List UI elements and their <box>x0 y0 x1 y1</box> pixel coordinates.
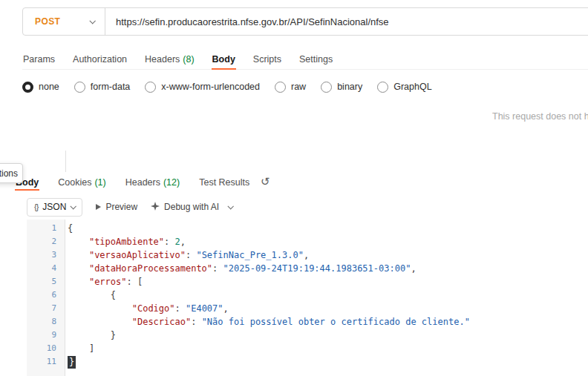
line-content: "Codigo": "E4007", <box>65 302 229 315</box>
request-tab-authorization[interactable]: Authorization <box>72 49 128 70</box>
format-label: JSON <box>42 202 66 212</box>
tab-label: Headers <box>145 54 180 65</box>
response-tab-test-results[interactable]: Test Results <box>198 174 250 191</box>
code-line-8: 8 "Descricao": "Não foi possível obter o… <box>27 315 588 329</box>
body-type-x-www-form-urlencoded[interactable]: x-www-form-urlencoded <box>145 82 260 93</box>
request-url-bar: POST https://sefin.producaorestrita.nfse… <box>22 7 588 36</box>
tab-label: Test Results <box>199 177 249 188</box>
radio-icon <box>377 82 388 93</box>
tab-label: Cookies <box>58 177 91 188</box>
radio-icon <box>145 82 156 93</box>
play-icon <box>96 204 101 210</box>
tab-count: (8) <box>183 54 194 65</box>
radio-label: raw <box>291 82 306 92</box>
method-label: POST <box>35 16 60 27</box>
code-line-10: 10 ] <box>27 342 588 355</box>
line-content: } <box>65 355 76 369</box>
tooltip-label: ctions <box>0 168 18 179</box>
request-tab-settings[interactable]: Settings <box>298 49 333 70</box>
body-type-selector: noneform-datax-www-form-urlencodedrawbin… <box>22 77 432 96</box>
code-line-4: 4 "dataHoraProcessamento": "2025-09-24T1… <box>27 262 588 275</box>
request-tab-headers[interactable]: Headers(8) <box>144 49 195 70</box>
radio-label: x-www-form-urlencoded <box>161 82 260 92</box>
radio-icon <box>275 82 286 93</box>
response-toolbar: {} JSON Preview Debug with AI <box>27 197 232 217</box>
body-type-raw[interactable]: raw <box>275 82 306 93</box>
response-tab-cookies[interactable]: Cookies(1) <box>57 174 106 191</box>
request-tab-body[interactable]: Body <box>212 49 236 70</box>
line-number: 9 <box>27 329 65 342</box>
radio-label: GraphQL <box>393 82 431 92</box>
history-icon[interactable]: ↺ <box>261 175 270 188</box>
debug-ai-label: Debug with AI <box>164 202 219 212</box>
line-number: 8 <box>27 315 65 329</box>
braces-icon: {} <box>34 202 38 211</box>
tab-label: Scripts <box>253 54 281 65</box>
line-content: } <box>65 329 116 342</box>
chevron-down-icon <box>71 203 76 209</box>
tab-label: Body <box>212 54 235 65</box>
code-line-6: 6 { <box>27 288 588 302</box>
radio-icon <box>321 82 332 93</box>
response-format-dropdown[interactable]: {} JSON <box>27 198 82 217</box>
line-number: 10 <box>27 342 65 355</box>
line-number: 7 <box>27 302 65 315</box>
line-number: 11 <box>27 355 65 369</box>
line-content: "tipoAmbiente": 2, <box>65 235 186 248</box>
line-content: "Descricao": "Não foi possível obter o c… <box>65 315 470 329</box>
method-selector[interactable]: POST <box>23 8 105 35</box>
tab-label: Params <box>23 54 55 65</box>
collections-tooltip: ctions <box>0 163 23 183</box>
no-body-hint: This request does not have a body <box>492 111 588 122</box>
preview-label: Preview <box>105 202 137 212</box>
body-type-none[interactable]: none <box>22 82 59 93</box>
request-tab-params[interactable]: Params <box>22 49 56 70</box>
radio-icon <box>74 82 85 93</box>
line-number: 2 <box>27 235 65 248</box>
code-line-1: 1{ <box>27 222 588 235</box>
url-input[interactable]: https://sefin.producaorestrita.nfse.gov.… <box>105 16 389 27</box>
body-type-binary[interactable]: binary <box>321 82 362 93</box>
radio-icon <box>22 82 33 93</box>
line-content: "erros": [ <box>65 275 143 288</box>
tab-count: (12) <box>163 177 180 188</box>
radio-label: binary <box>337 82 362 92</box>
line-content: { <box>65 288 116 302</box>
line-content: "versaoAplicativo": "SefinNac_Pre_1.3.0"… <box>65 248 309 262</box>
tab-label: Headers <box>125 177 160 188</box>
code-line-3: 3 "versaoAplicativo": "SefinNac_Pre_1.3.… <box>27 248 588 262</box>
body-type-graphql[interactable]: GraphQL <box>377 82 431 93</box>
debug-with-ai-button[interactable]: Debug with AI <box>151 202 219 213</box>
debug-ai-icon <box>151 202 160 213</box>
radio-label: form-data <box>91 82 131 92</box>
code-line-5: 5 "erros": [ <box>27 275 588 288</box>
line-content: "dataHoraProcessamento": "2025-09-24T19:… <box>65 262 416 275</box>
radio-label: none <box>39 82 59 92</box>
tab-label: Settings <box>299 54 333 65</box>
line-number: 6 <box>27 288 65 302</box>
preview-button[interactable]: Preview <box>96 202 137 212</box>
code-line-2: 2 "tipoAmbiente": 2, <box>27 235 588 248</box>
line-content: ] <box>65 342 94 355</box>
postman-window: POST https://sefin.producaorestrita.nfse… <box>0 0 588 376</box>
line-number: 5 <box>27 275 65 288</box>
response-tab-headers[interactable]: Headers(12) <box>125 174 180 191</box>
line-number: 1 <box>27 222 65 235</box>
tab-count: (1) <box>94 177 105 188</box>
body-type-form-data[interactable]: form-data <box>74 82 131 93</box>
tab-label: Authorization <box>73 54 127 65</box>
json-response-body: 1{2 "tipoAmbiente": 2,3 "versaoAplicativ… <box>27 222 588 369</box>
chevron-down-icon <box>89 18 95 24</box>
debug-options-chevron[interactable] <box>228 203 234 209</box>
code-line-7: 7 "Codigo": "E4007", <box>27 302 588 315</box>
response-tabs: BodyCookies(1)Headers(12)Test Results <box>15 174 250 191</box>
line-content: { <box>65 222 73 235</box>
request-tab-scripts[interactable]: Scripts <box>252 49 282 70</box>
line-number: 4 <box>27 262 65 275</box>
response-body-editor[interactable]: 1{2 "tipoAmbiente": 2,3 "versaoAplicativ… <box>0 220 588 376</box>
request-tabs: ParamsAuthorizationHeaders(8)BodyScripts… <box>22 49 333 70</box>
panel-divider <box>65 151 66 172</box>
code-line-11: 11} <box>27 355 588 369</box>
line-number: 3 <box>27 248 65 262</box>
code-line-9: 9 } <box>27 329 588 342</box>
